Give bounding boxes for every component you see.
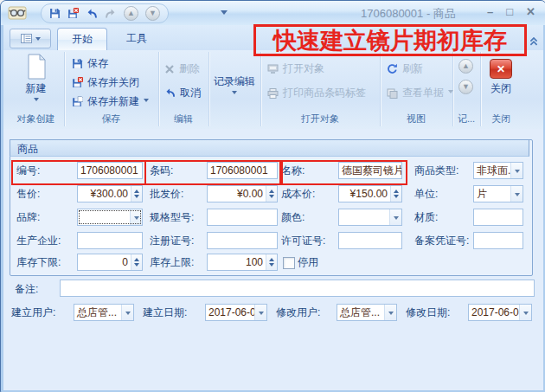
- close-window-button[interactable]: ✕ 关闭: [480, 59, 522, 96]
- view-doc-button[interactable]: 查看单据: [384, 85, 456, 101]
- group-caption-create: 对象创建: [8, 112, 64, 125]
- stock-max-field[interactable]: 100: [207, 254, 278, 271]
- quick-access-toolbar: ▲ ▼: [41, 3, 169, 23]
- name-field[interactable]: 德国蔡司镜片: [338, 162, 402, 179]
- redo-icon[interactable]: [105, 9, 117, 19]
- record-no-field[interactable]: [473, 232, 523, 249]
- tab-tools[interactable]: 工具: [112, 28, 161, 49]
- save-icon[interactable]: [49, 8, 61, 19]
- brand-label: 品牌:: [16, 209, 40, 226]
- color-label: 颜色:: [281, 209, 305, 226]
- dropdown-button[interactable]: [389, 209, 401, 225]
- open-object-icon: [267, 64, 279, 74]
- material-label: 材质:: [414, 209, 438, 226]
- tab-start[interactable]: 开始: [57, 28, 107, 50]
- refresh-label: 刷新: [402, 61, 423, 76]
- chevron-down-icon: [232, 91, 237, 97]
- save-button[interactable]: 保存: [69, 55, 111, 72]
- dropdown-button[interactable]: [254, 305, 266, 320]
- stock-max-label: 库存上限:: [150, 254, 194, 271]
- refresh-button[interactable]: 刷新: [384, 61, 426, 77]
- modified-user-dropdown[interactable]: 总店管...: [337, 304, 397, 321]
- license-no-field[interactable]: [338, 232, 402, 249]
- record-edit-button[interactable]: 记录编辑: [208, 74, 260, 97]
- save-label: 保存: [87, 56, 108, 71]
- chevron-down-icon: [34, 98, 39, 104]
- ribbon-group-create: 新建 对象创建: [8, 52, 65, 126]
- spinner[interactable]: [131, 186, 142, 202]
- annotation-banner: 快速建立镜片期初库存: [253, 24, 527, 56]
- collapse-ribbon-icon[interactable]: [529, 35, 539, 46]
- sale-price-field[interactable]: ¥300.00: [77, 185, 143, 202]
- save-close-icon[interactable]: [67, 8, 79, 19]
- undo-icon[interactable]: [86, 9, 98, 19]
- ribbon-group-open: 打开对象 打印商品条码标签 打开对象: [260, 52, 381, 126]
- type-dropdown[interactable]: 非球面...: [473, 162, 523, 179]
- group-caption-close: 关闭: [480, 112, 522, 125]
- wholesale-price-field[interactable]: ¥0.00: [207, 185, 278, 202]
- dropdown-button[interactable]: [519, 305, 531, 320]
- previous-record-icon[interactable]: ▲: [124, 6, 138, 21]
- code-field[interactable]: 1706080001: [77, 162, 143, 179]
- new-button[interactable]: 新建: [8, 54, 64, 104]
- reg-no-field[interactable]: [207, 232, 278, 249]
- disable-checkbox[interactable]: [283, 257, 295, 269]
- application-menu-button[interactable]: [10, 29, 51, 48]
- dropdown-button[interactable]: [121, 305, 133, 320]
- material-field[interactable]: [473, 209, 523, 226]
- spinner[interactable]: [266, 186, 277, 202]
- brand-dropdown[interactable]: [77, 209, 143, 226]
- dropdown-button[interactable]: [510, 163, 523, 178]
- maximize-button[interactable]: □: [506, 5, 513, 18]
- manufacturer-label: 生产企业:: [16, 232, 61, 249]
- minimize-button[interactable]: –: [487, 5, 493, 18]
- record-down-icon[interactable]: ▼: [458, 80, 473, 94]
- created-date-dropdown[interactable]: 2017-06-0: [205, 304, 267, 321]
- view-doc-label: 查看单据: [402, 86, 444, 100]
- unit-label: 单位:: [414, 185, 438, 202]
- modified-date-dropdown[interactable]: 2017-06-0: [468, 304, 532, 321]
- spinner[interactable]: [266, 254, 277, 270]
- stock-min-field[interactable]: 0: [77, 254, 143, 271]
- ribbon-group-view: 刷新 查看单据 视图: [380, 52, 453, 126]
- ribbon-group-close: ✕ 关闭 关闭: [480, 52, 522, 126]
- ribbon-group-record-edit: 记录编辑: [208, 52, 261, 126]
- unit-dropdown[interactable]: 片: [473, 185, 523, 202]
- delete-x-icon: [164, 64, 175, 74]
- chevron-down-icon: [144, 99, 149, 105]
- created-user-dropdown[interactable]: 总店管...: [74, 304, 134, 321]
- created-user-label: 建立用户:: [11, 304, 55, 321]
- next-record-icon[interactable]: ▼: [145, 6, 160, 21]
- ribbon-group-record-nav: ▲ ▼ 记...: [452, 52, 481, 126]
- dropdown-button[interactable]: [510, 186, 523, 202]
- wholesale-price-label: 批发价:: [150, 185, 183, 202]
- save-new-button[interactable]: 保存并新建: [69, 93, 151, 110]
- spinner[interactable]: [131, 254, 142, 270]
- manufacturer-field[interactable]: [77, 232, 143, 249]
- spinner[interactable]: [390, 186, 401, 202]
- cost-price-label: 成本价:: [281, 185, 315, 202]
- spec-field[interactable]: [207, 209, 278, 226]
- group-caption-view: 视图: [380, 112, 452, 125]
- record-edit-label: 记录编辑: [214, 74, 255, 89]
- qat-customize-icon[interactable]: [221, 10, 228, 18]
- print-barcode-button[interactable]: 打印商品条码标签: [265, 85, 369, 101]
- color-dropdown[interactable]: [338, 209, 402, 226]
- reg-no-label: 注册证号:: [150, 232, 194, 249]
- record-up-icon[interactable]: ▲: [458, 59, 473, 74]
- open-object-button[interactable]: 打开对象: [265, 61, 327, 77]
- remark-field[interactable]: [60, 280, 535, 297]
- dropdown-button[interactable]: [384, 305, 396, 320]
- save-close-button[interactable]: 保存并关闭: [69, 74, 142, 91]
- cancel-button[interactable]: 取消: [162, 85, 203, 101]
- cancel-label: 取消: [180, 86, 201, 100]
- dropdown-button[interactable]: [130, 209, 142, 225]
- license-no-label: 许可证号:: [281, 232, 325, 249]
- created-date-label: 建立日期:: [143, 304, 187, 321]
- delete-button[interactable]: 删除: [162, 61, 202, 77]
- barcode-label: 条码:: [150, 162, 173, 179]
- barcode-field[interactable]: 1706080001: [207, 162, 278, 179]
- code-label: 编号:: [16, 162, 40, 179]
- close-button[interactable]: ✕: [526, 5, 535, 18]
- cost-price-field[interactable]: ¥150.00: [338, 185, 402, 202]
